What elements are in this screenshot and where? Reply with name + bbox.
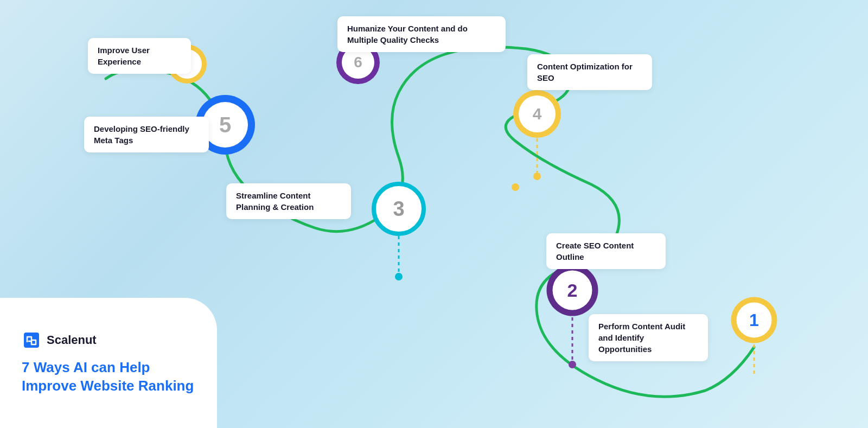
tagline-text: 7 Ways AI can Help Improve Website Ranki…: [22, 359, 195, 395]
logo-text: Scalenut: [47, 333, 97, 347]
svg-point-6: [395, 273, 403, 280]
label-streamline-content: Streamline Content Planning & Creation: [226, 183, 351, 219]
svg-point-9: [569, 361, 576, 368]
label-humanize-content: Humanize Your Content and do Multiple Qu…: [337, 16, 506, 52]
main-container: 1 2 3 4 5 6 7 Perform Content Audit a: [0, 0, 868, 428]
node-2: 2: [547, 265, 598, 316]
svg-point-7: [533, 173, 541, 180]
node-1: 1: [731, 297, 777, 343]
label-meta-tags: Developing SEO-friendly Meta Tags: [84, 117, 209, 152]
scalenut-logo-icon: [22, 330, 41, 350]
label-improve-ux: Improve User Experience: [88, 38, 191, 74]
svg-point-8: [512, 183, 519, 191]
label-content-optimization: Content Optimization for SEO: [527, 54, 652, 90]
label-perform-content-audit: Perform Content Audit and Identify Oppor…: [589, 314, 708, 361]
branding-card: Scalenut 7 Ways AI can Help Improve Webs…: [0, 298, 217, 428]
node-3: 3: [372, 182, 426, 236]
logo-area: Scalenut: [22, 330, 195, 350]
node-4: 4: [513, 90, 561, 138]
label-create-seo-outline: Create SEO Content Outline: [546, 233, 666, 269]
